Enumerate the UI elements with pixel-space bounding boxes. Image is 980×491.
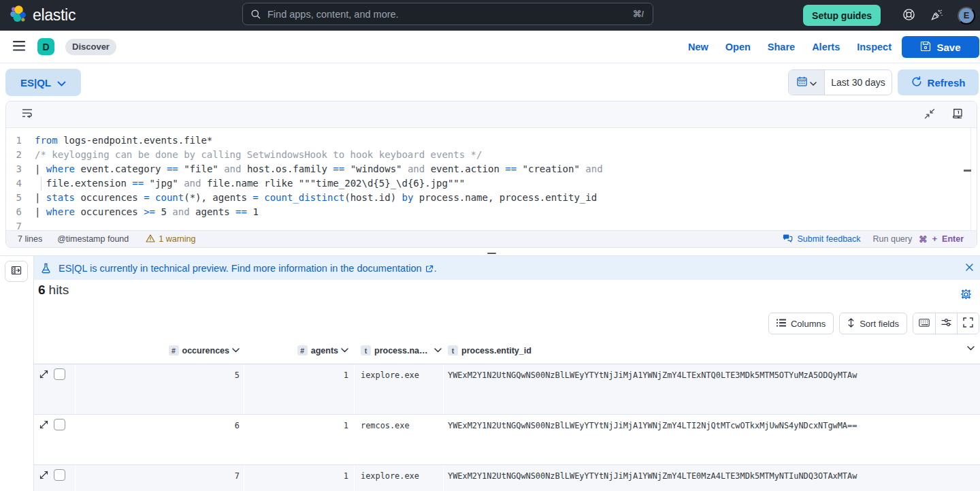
- help-menu-button[interactable]: [902, 10, 915, 22]
- save-icon: [920, 41, 931, 54]
- overview-ruler: [970, 128, 971, 230]
- top-link-open[interactable]: Open: [725, 42, 751, 52]
- submit-feedback-link[interactable]: Submit feedback: [783, 234, 860, 244]
- documentation-button[interactable]: [952, 108, 963, 121]
- expand-row-button[interactable]: [37, 369, 50, 381]
- callout-message[interactable]: ES|QL is currently in technical preview.…: [59, 263, 422, 274]
- refresh-button[interactable]: Refresh: [898, 69, 979, 95]
- columns-list-icon: [777, 319, 786, 329]
- column-separator: [75, 465, 76, 491]
- column-header-occurences[interactable]: #occurences: [75, 336, 244, 364]
- sort-icon: [847, 318, 855, 330]
- help-icon: [902, 8, 915, 23]
- time-range-value[interactable]: Last 30 days: [825, 70, 892, 95]
- keyboard-shortcuts-button[interactable]: [913, 313, 935, 334]
- cell-agents: 1: [244, 465, 354, 491]
- code-editor-area[interactable]: 1234567 from logs-endpoint.events.file*/…: [6, 128, 977, 230]
- cell-occurences: 6: [75, 415, 244, 464]
- code-line: file.extension == "jpg" and file.name rl…: [35, 176, 603, 191]
- select-row-checkbox[interactable]: [54, 368, 65, 380]
- expand-row-button[interactable]: [37, 419, 50, 432]
- line-numbers: 1234567: [6, 133, 22, 230]
- fullscreen-button[interactable]: [957, 313, 979, 334]
- code-token-pl: [178, 178, 184, 189]
- language-switcher-button[interactable]: ES|QL: [5, 69, 81, 96]
- date-picker[interactable]: Last 30 days: [788, 69, 892, 95]
- column-header-process.entity_id[interactable]: tprocess.entity_id: [443, 336, 980, 364]
- callout-period: .: [434, 263, 437, 274]
- code-token-kw: stats: [46, 192, 75, 203]
- code-token-op: ==: [132, 178, 144, 189]
- code-token-str: "windows": [350, 163, 402, 174]
- minimize-editor-button[interactable]: [924, 108, 935, 121]
- beaker-icon: [41, 263, 51, 274]
- date-picker-calendar-button[interactable]: [789, 70, 825, 95]
- setup-guides-button[interactable]: Setup guides: [803, 5, 881, 26]
- callout-text: ES|QL is currently in technical preview.…: [59, 263, 437, 274]
- column-label: agents: [311, 346, 338, 355]
- code-token-pl: (host.id): [344, 192, 402, 203]
- news-feed-button[interactable]: [930, 10, 943, 22]
- column-header-process.name[interactable]: tprocess.name: [354, 336, 443, 364]
- elastic-brand[interactable]: elastic: [10, 5, 76, 26]
- global-search-input[interactable]: Find apps, content, and more. ⌘/: [242, 3, 653, 25]
- external-link-icon: [425, 265, 434, 273]
- sort-fields-button[interactable]: Sort fields: [839, 313, 907, 334]
- search-shortcut-hint: ⌘/: [632, 9, 644, 19]
- column-separator: [244, 415, 244, 464]
- word-wrap-button[interactable]: [22, 108, 33, 121]
- show-sidebar-button[interactable]: [5, 261, 28, 282]
- code-token-str: "jpg": [150, 178, 178, 189]
- hits-counter: 6hits: [38, 283, 69, 298]
- display-settings-button[interactable]: [935, 313, 957, 334]
- code-token-pl: [259, 192, 264, 203]
- top-link-share[interactable]: Share: [768, 42, 795, 52]
- warnings-badge[interactable]: 1 warning: [146, 234, 195, 244]
- shrink-icon: [924, 108, 935, 121]
- column-actions-icon[interactable]: [967, 346, 975, 351]
- select-row-checkbox[interactable]: [54, 419, 65, 430]
- column-actions-icon[interactable]: [232, 348, 240, 353]
- code-token-pl: [144, 178, 149, 189]
- timestamp-found: @timestamp found: [57, 234, 129, 244]
- select-row-checkbox[interactable]: [54, 469, 65, 481]
- code-line: [35, 219, 603, 230]
- code-token-pl: |: [35, 206, 46, 217]
- elastic-logo-icon: [10, 5, 27, 26]
- top-link-inspect[interactable]: Inspect: [857, 42, 892, 52]
- party-popper-icon: [930, 8, 943, 23]
- column-separator: [443, 364, 444, 414]
- code-lines: from logs-endpoint.events.file*/* keylog…: [35, 133, 603, 230]
- expand-icon: [39, 370, 48, 381]
- cell-agents: 1: [244, 364, 354, 414]
- menu-toggle-button[interactable]: [13, 41, 25, 53]
- column-label: occurences: [182, 346, 229, 355]
- editor-toolbar: [6, 101, 977, 128]
- code-token-kw: by: [402, 192, 414, 203]
- code-token-pl: file.name rlike: [201, 178, 298, 189]
- top-link-alerts[interactable]: Alerts: [812, 42, 840, 52]
- column-separator: [443, 465, 444, 491]
- column-actions-icon[interactable]: [341, 348, 348, 353]
- table-row: 61remcos.exeYWExM2Y1N2UtNGQwNS00NzBlLWEy…: [34, 415, 980, 465]
- top-link-new[interactable]: New: [688, 42, 708, 52]
- search-placeholder: Find apps, content, and more.: [267, 9, 632, 20]
- row-controls: [34, 364, 75, 414]
- run-query-shortcut: ⌘ + Enter: [919, 234, 964, 244]
- display-options-button[interactable]: [960, 289, 972, 302]
- line-number: 2: [6, 148, 22, 162]
- save-button[interactable]: Save: [902, 36, 979, 58]
- editor-footer-right: Submit feedback Run query ⌘ + Enter: [783, 234, 964, 244]
- topnav-right: Setup guides: [803, 0, 980, 31]
- expand-row-button[interactable]: [37, 470, 50, 482]
- line-number: 7: [6, 219, 22, 230]
- columns-button[interactable]: Columns: [768, 313, 834, 334]
- close-callout-button[interactable]: [965, 263, 974, 274]
- breadcrumb-discover[interactable]: Discover: [65, 39, 116, 55]
- chevron-down-icon: [810, 76, 817, 89]
- editor-footer: 7 lines @timestamp found 1 warning: [6, 230, 977, 247]
- user-avatar[interactable]: E: [958, 7, 975, 25]
- code-token-kw: from: [35, 135, 58, 146]
- column-actions-icon[interactable]: [434, 348, 442, 353]
- column-header-agents[interactable]: #agents: [244, 336, 354, 364]
